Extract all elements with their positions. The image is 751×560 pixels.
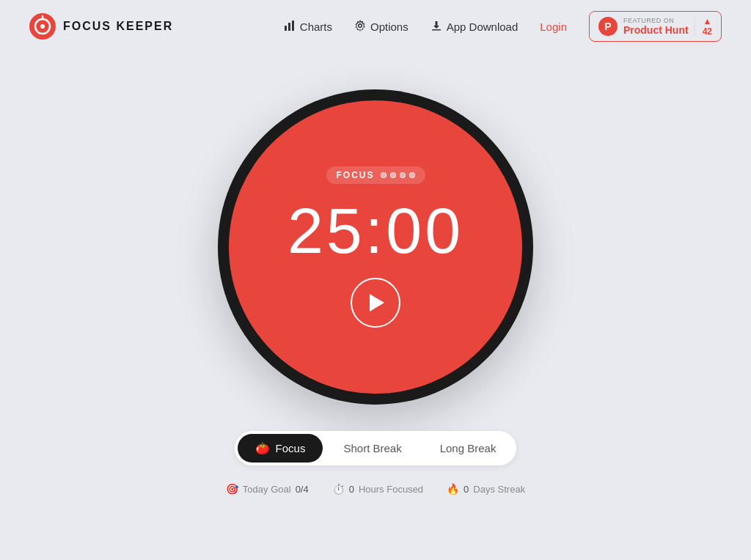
today-goal-stat: 🎯 Today Goal 0/4: [226, 483, 309, 495]
navbar: FOCUS KEEPER Charts Options App Download: [0, 0, 751, 53]
stats-row: 🎯 Today Goal 0/4 ⏱️ 0 Hours Focused 🔥 0 …: [226, 483, 525, 495]
focus-label-row: FOCUS: [326, 166, 425, 184]
svg-rect-7: [432, 29, 441, 31]
ph-text-block: FEATURED ON Product Hunt: [623, 17, 689, 36]
short-break-button[interactable]: Short Break: [326, 435, 419, 462]
app-name: FOCUS KEEPER: [63, 20, 173, 33]
days-streak-value: 0: [464, 484, 469, 495]
nav-links: Charts Options App Download Login P: [284, 11, 722, 42]
logo-area: FOCUS KEEPER: [29, 13, 173, 40]
play-icon: [370, 294, 384, 312]
days-streak-stat: 🔥 0 Days Streak: [447, 483, 525, 495]
svg-rect-4: [285, 26, 287, 31]
logo-icon: [29, 13, 56, 40]
timer-inner: FOCUS 25:00: [229, 100, 522, 394]
app-download-link[interactable]: App Download: [431, 20, 519, 34]
today-goal-icon: 🎯: [226, 483, 238, 495]
charts-link[interactable]: Charts: [284, 20, 332, 34]
timer-outer: FOCUS 25:00: [218, 89, 533, 405]
focus-mode-label: Focus: [276, 442, 306, 454]
focus-dot-4: [409, 172, 415, 178]
hours-focused-label: Hours Focused: [359, 484, 423, 495]
long-break-button[interactable]: Long Break: [422, 435, 514, 462]
focus-mode-button[interactable]: 🍅 Focus: [238, 434, 323, 463]
ph-upvote-count: 42: [703, 26, 712, 37]
product-hunt-badge[interactable]: P FEATURED ON Product Hunt ▲ 42: [589, 11, 722, 42]
gear-icon: [354, 20, 366, 34]
options-link[interactable]: Options: [354, 20, 409, 34]
login-link[interactable]: Login: [540, 21, 567, 33]
main-content: FOCUS 25:00 🍅 Focus Short Break Long Br: [0, 53, 751, 495]
days-streak-icon: 🔥: [447, 483, 459, 495]
ph-p-icon: P: [598, 17, 618, 36]
hours-focused-icon: ⏱️: [332, 483, 345, 495]
days-streak-label: Days Streak: [473, 484, 525, 495]
focus-mode-label: FOCUS: [337, 170, 375, 180]
ph-featured-on: FEATURED ON: [623, 17, 689, 24]
focus-dot-1: [381, 172, 387, 178]
today-goal-value: 0/4: [296, 484, 309, 495]
mode-buttons: 🍅 Focus Short Break Long Break: [235, 431, 517, 465]
charts-label: Charts: [300, 21, 332, 33]
today-goal-label: Today Goal: [243, 484, 291, 495]
timer-display: 25:00: [287, 199, 464, 263]
hours-focused-value: 0: [349, 484, 354, 495]
focus-dot-3: [400, 172, 406, 178]
charts-icon: [284, 20, 296, 34]
focus-dot-2: [390, 172, 396, 178]
svg-rect-6: [292, 21, 294, 31]
download-icon: [431, 20, 442, 34]
hours-focused-stat: ⏱️ 0 Hours Focused: [332, 483, 423, 495]
focus-dots: [381, 172, 415, 178]
play-button[interactable]: [351, 278, 400, 328]
options-label: Options: [370, 21, 409, 33]
ph-upvote-icon: ▲: [703, 16, 711, 26]
svg-rect-5: [288, 23, 290, 31]
ph-product-hunt-label: Product Hunt: [623, 24, 689, 36]
app-download-label: App Download: [447, 21, 519, 33]
ph-upvote[interactable]: ▲ 42: [695, 16, 712, 37]
svg-point-2: [40, 24, 45, 29]
focus-mode-icon: 🍅: [255, 441, 270, 455]
